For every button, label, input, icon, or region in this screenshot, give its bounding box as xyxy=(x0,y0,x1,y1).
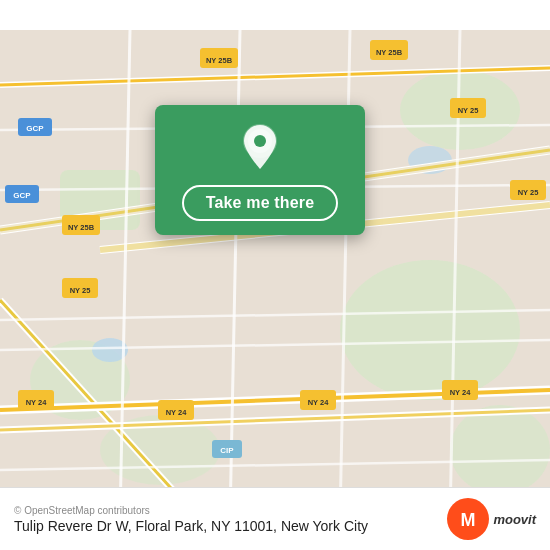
svg-text:NY 24: NY 24 xyxy=(450,388,472,397)
svg-text:M: M xyxy=(461,510,476,530)
pin-icon-wrap xyxy=(240,123,280,175)
take-me-there-button[interactable]: Take me there xyxy=(182,185,339,221)
address-text: Tulip Revere Dr W, Floral Park, NY 11001… xyxy=(14,518,447,534)
svg-text:GCP: GCP xyxy=(26,124,44,133)
svg-text:NY 24: NY 24 xyxy=(26,398,48,407)
map-container: GCP NY 25B NY 25B NY 25B NY 25 NY 25 NY … xyxy=(0,0,550,550)
svg-text:GCP: GCP xyxy=(13,191,31,200)
location-card: Take me there xyxy=(155,105,365,235)
svg-text:NY 24: NY 24 xyxy=(166,408,188,417)
moovit-brand-text: moovit xyxy=(493,512,536,527)
svg-text:NY 25: NY 25 xyxy=(70,286,91,295)
svg-text:NY 25B: NY 25B xyxy=(376,48,403,57)
svg-text:NY 25B: NY 25B xyxy=(206,56,233,65)
map-background: GCP NY 25B NY 25B NY 25B NY 25 NY 25 NY … xyxy=(0,0,550,550)
map-pin-icon xyxy=(240,123,280,171)
svg-point-2 xyxy=(340,260,520,400)
bottom-info: © OpenStreetMap contributors Tulip Rever… xyxy=(14,505,447,534)
svg-text:NY 25B: NY 25B xyxy=(68,223,95,232)
svg-text:NY 25: NY 25 xyxy=(518,188,539,197)
svg-text:NY 24: NY 24 xyxy=(308,398,330,407)
moovit-logo: M moovit xyxy=(447,498,536,540)
svg-point-5 xyxy=(450,405,550,495)
svg-text:NY 25: NY 25 xyxy=(458,106,479,115)
bottom-bar: © OpenStreetMap contributors Tulip Rever… xyxy=(0,487,550,550)
osm-attribution: © OpenStreetMap contributors xyxy=(14,505,447,516)
svg-text:CIP: CIP xyxy=(220,446,234,455)
svg-point-61 xyxy=(254,135,266,147)
moovit-icon: M xyxy=(447,498,489,540)
